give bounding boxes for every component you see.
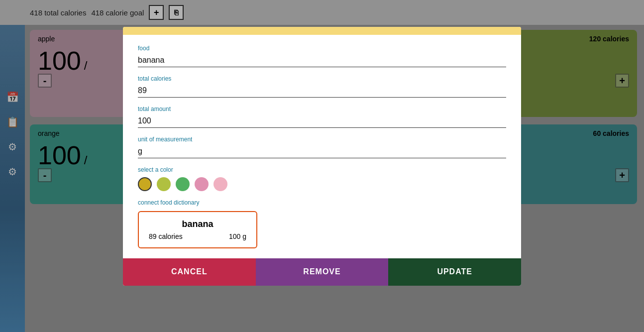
update-button[interactable]: UPDATE xyxy=(388,258,521,286)
preview-food-details: 89 calories 100 g xyxy=(149,232,246,240)
preview-calories: 89 calories xyxy=(149,232,183,240)
remove-button[interactable]: REMOVE xyxy=(256,258,389,286)
color-light-pink[interactable] xyxy=(214,177,227,191)
food-input[interactable] xyxy=(138,54,506,67)
color-pink[interactable] xyxy=(195,177,209,191)
cancel-button[interactable]: CANCEL xyxy=(123,258,256,286)
unit-label: unit of measurement xyxy=(138,136,506,143)
amount-label: total amount xyxy=(138,106,506,112)
calories-input[interactable] xyxy=(138,84,506,98)
preview-amount: 100 g xyxy=(229,232,246,240)
calories-label: total calories xyxy=(138,75,506,82)
modal-footer: CANCEL REMOVE UPDATE xyxy=(123,258,521,286)
edit-modal: food total calories total amount unit of… xyxy=(123,27,521,286)
amount-group: total amount xyxy=(138,106,506,128)
color-yellow[interactable] xyxy=(138,177,152,191)
color-green[interactable] xyxy=(176,177,190,191)
connect-food-label: connect food dictionary xyxy=(138,199,506,206)
preview-food-name: banana xyxy=(149,219,246,229)
modal-top-bar xyxy=(123,27,521,35)
food-preview-card[interactable]: banana 89 calories 100 g xyxy=(138,211,257,248)
food-group: food xyxy=(138,45,506,67)
modal-body: food total calories total amount unit of… xyxy=(123,35,521,258)
modal-overlay: food total calories total amount unit of… xyxy=(0,0,644,332)
unit-input[interactable] xyxy=(138,145,506,158)
food-label: food xyxy=(138,45,506,52)
calories-group: total calories xyxy=(138,75,506,98)
color-yellow-green[interactable] xyxy=(157,177,171,191)
amount-input[interactable] xyxy=(138,114,506,128)
color-circles xyxy=(138,177,506,191)
unit-group: unit of measurement xyxy=(138,136,506,158)
color-section-label: select a color xyxy=(138,166,506,173)
color-section: select a color xyxy=(138,166,506,191)
